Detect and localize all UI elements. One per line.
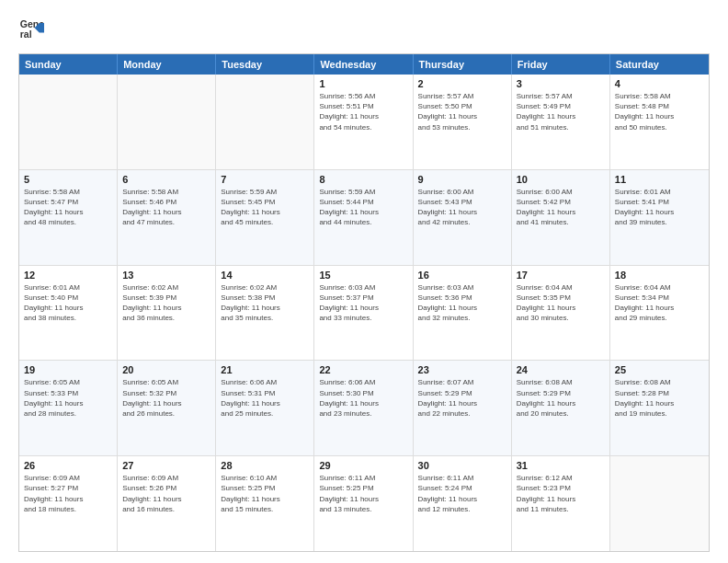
cell-date-number: 4 [615, 78, 704, 89]
calendar-row-2: 5Sunrise: 5:58 AM Sunset: 5:47 PM Daylig… [19, 170, 709, 266]
cell-info-text: Sunrise: 6:09 AM Sunset: 5:27 PM Dayligh… [24, 473, 112, 514]
calendar-cell: 29Sunrise: 6:11 AM Sunset: 5:25 PM Dayli… [314, 456, 413, 551]
calendar-cell: 10Sunrise: 6:00 AM Sunset: 5:42 PM Dayli… [512, 170, 610, 265]
cell-date-number: 21 [221, 364, 309, 375]
weekday-header-tuesday: Tuesday [216, 54, 314, 75]
cell-info-text: Sunrise: 6:04 AM Sunset: 5:34 PM Dayligh… [615, 282, 704, 324]
calendar-cell: 1Sunrise: 5:56 AM Sunset: 5:51 PM Daylig… [314, 75, 413, 169]
calendar-cell: 3Sunrise: 5:57 AM Sunset: 5:49 PM Daylig… [512, 75, 610, 169]
cell-info-text: Sunrise: 6:01 AM Sunset: 5:40 PM Dayligh… [24, 282, 112, 324]
cell-date-number: 26 [24, 460, 112, 471]
cell-info-text: Sunrise: 6:03 AM Sunset: 5:36 PM Dayligh… [418, 282, 506, 324]
cell-info-text: Sunrise: 5:59 AM Sunset: 5:45 PM Dayligh… [221, 187, 309, 228]
cell-info-text: Sunrise: 5:57 AM Sunset: 5:49 PM Dayligh… [517, 91, 605, 132]
cell-date-number: 8 [319, 174, 407, 185]
cell-date-number: 6 [122, 174, 210, 185]
cell-info-text: Sunrise: 6:06 AM Sunset: 5:30 PM Dayligh… [319, 377, 407, 419]
calendar-cell: 7Sunrise: 5:59 AM Sunset: 5:45 PM Daylig… [216, 170, 314, 265]
weekday-header-wednesday: Wednesday [314, 54, 413, 75]
calendar-cell: 21Sunrise: 6:06 AM Sunset: 5:31 PM Dayli… [216, 361, 314, 455]
cell-info-text: Sunrise: 6:02 AM Sunset: 5:38 PM Dayligh… [221, 282, 309, 324]
cell-date-number: 24 [517, 364, 605, 375]
calendar-cell: 20Sunrise: 6:05 AM Sunset: 5:32 PM Dayli… [118, 361, 216, 455]
cell-date-number: 9 [418, 174, 506, 185]
cell-date-number: 17 [517, 270, 605, 281]
cell-info-text: Sunrise: 6:00 AM Sunset: 5:43 PM Dayligh… [418, 187, 506, 228]
cell-info-text: Sunrise: 6:10 AM Sunset: 5:25 PM Dayligh… [221, 473, 309, 514]
cell-info-text: Sunrise: 6:00 AM Sunset: 5:42 PM Dayligh… [517, 187, 605, 228]
calendar: SundayMondayTuesdayWednesdayThursdayFrid… [18, 53, 710, 552]
cell-date-number: 30 [418, 460, 506, 471]
calendar-cell: 26Sunrise: 6:09 AM Sunset: 5:27 PM Dayli… [19, 456, 118, 551]
cell-info-text: Sunrise: 6:09 AM Sunset: 5:26 PM Dayligh… [122, 473, 210, 514]
cell-info-text: Sunrise: 5:56 AM Sunset: 5:51 PM Dayligh… [319, 91, 407, 132]
cell-info-text: Sunrise: 6:11 AM Sunset: 5:25 PM Dayligh… [319, 473, 407, 514]
cell-info-text: Sunrise: 6:12 AM Sunset: 5:23 PM Dayligh… [517, 473, 605, 514]
calendar-cell: 6Sunrise: 5:58 AM Sunset: 5:46 PM Daylig… [118, 170, 216, 265]
cell-date-number: 1 [319, 78, 407, 89]
cell-info-text: Sunrise: 6:06 AM Sunset: 5:31 PM Dayligh… [221, 377, 309, 419]
calendar-cell: 16Sunrise: 6:03 AM Sunset: 5:36 PM Dayli… [414, 266, 512, 361]
calendar-row-5: 26Sunrise: 6:09 AM Sunset: 5:27 PM Dayli… [19, 456, 709, 551]
cell-date-number: 13 [122, 270, 210, 281]
calendar-cell [610, 456, 709, 551]
cell-date-number: 31 [517, 460, 605, 471]
calendar-cell: 17Sunrise: 6:04 AM Sunset: 5:35 PM Dayli… [512, 266, 610, 361]
calendar-cell: 2Sunrise: 5:57 AM Sunset: 5:50 PM Daylig… [414, 75, 512, 169]
calendar-row-4: 19Sunrise: 6:05 AM Sunset: 5:33 PM Dayli… [19, 361, 709, 456]
calendar-header: SundayMondayTuesdayWednesdayThursdayFrid… [19, 54, 709, 75]
cell-info-text: Sunrise: 6:01 AM Sunset: 5:41 PM Dayligh… [615, 187, 704, 228]
cell-date-number: 23 [418, 364, 506, 375]
calendar-cell: 14Sunrise: 6:02 AM Sunset: 5:38 PM Dayli… [216, 266, 314, 361]
weekday-header-thursday: Thursday [414, 54, 512, 75]
cell-date-number: 29 [319, 460, 407, 471]
cell-date-number: 22 [319, 364, 407, 375]
cell-date-number: 10 [517, 174, 605, 185]
cell-info-text: Sunrise: 6:08 AM Sunset: 5:28 PM Dayligh… [615, 377, 704, 419]
cell-date-number: 27 [122, 460, 210, 471]
calendar-cell: 11Sunrise: 6:01 AM Sunset: 5:41 PM Dayli… [610, 170, 709, 265]
svg-text:ral: ral [20, 29, 32, 40]
cell-date-number: 19 [24, 364, 112, 375]
calendar-cell: 28Sunrise: 6:10 AM Sunset: 5:25 PM Dayli… [216, 456, 314, 551]
cell-info-text: Sunrise: 6:03 AM Sunset: 5:37 PM Dayligh… [319, 282, 407, 324]
calendar-row-3: 12Sunrise: 6:01 AM Sunset: 5:40 PM Dayli… [19, 266, 709, 362]
calendar-body: 1Sunrise: 5:56 AM Sunset: 5:51 PM Daylig… [19, 75, 709, 551]
cell-date-number: 11 [615, 174, 704, 185]
cell-date-number: 7 [221, 174, 309, 185]
cell-date-number: 20 [122, 364, 210, 375]
cell-info-text: Sunrise: 5:57 AM Sunset: 5:50 PM Dayligh… [418, 91, 506, 132]
logo: Gene ral [18, 17, 48, 42]
weekday-header-friday: Friday [512, 54, 610, 75]
calendar-cell: 12Sunrise: 6:01 AM Sunset: 5:40 PM Dayli… [19, 266, 118, 361]
cell-date-number: 16 [418, 270, 506, 281]
calendar-cell: 8Sunrise: 5:59 AM Sunset: 5:44 PM Daylig… [314, 170, 413, 265]
cell-date-number: 14 [221, 270, 309, 281]
calendar-cell: 27Sunrise: 6:09 AM Sunset: 5:26 PM Dayli… [118, 456, 216, 551]
cell-date-number: 5 [24, 174, 112, 185]
calendar-cell: 9Sunrise: 6:00 AM Sunset: 5:43 PM Daylig… [414, 170, 512, 265]
calendar-cell: 4Sunrise: 5:58 AM Sunset: 5:48 PM Daylig… [610, 75, 709, 169]
calendar-cell: 24Sunrise: 6:08 AM Sunset: 5:29 PM Dayli… [512, 361, 610, 455]
page: Gene ral SundayMondayTuesdayWednesdayThu… [0, 0, 728, 563]
cell-info-text: Sunrise: 6:08 AM Sunset: 5:29 PM Dayligh… [517, 377, 605, 419]
calendar-cell: 30Sunrise: 6:11 AM Sunset: 5:24 PM Dayli… [414, 456, 512, 551]
header: Gene ral [18, 17, 710, 42]
cell-date-number: 12 [24, 270, 112, 281]
cell-info-text: Sunrise: 5:58 AM Sunset: 5:47 PM Dayligh… [24, 187, 112, 228]
calendar-cell: 23Sunrise: 6:07 AM Sunset: 5:29 PM Dayli… [414, 361, 512, 455]
calendar-cell [118, 75, 216, 169]
weekday-header-sunday: Sunday [19, 54, 118, 75]
calendar-cell: 13Sunrise: 6:02 AM Sunset: 5:39 PM Dayli… [118, 266, 216, 361]
calendar-row-1: 1Sunrise: 5:56 AM Sunset: 5:51 PM Daylig… [19, 75, 709, 170]
cell-info-text: Sunrise: 5:59 AM Sunset: 5:44 PM Dayligh… [319, 187, 407, 228]
cell-info-text: Sunrise: 6:04 AM Sunset: 5:35 PM Dayligh… [517, 282, 605, 324]
calendar-cell: 19Sunrise: 6:05 AM Sunset: 5:33 PM Dayli… [19, 361, 118, 455]
cell-info-text: Sunrise: 6:11 AM Sunset: 5:24 PM Dayligh… [418, 473, 506, 514]
cell-date-number: 18 [615, 270, 704, 281]
weekday-header-monday: Monday [118, 54, 216, 75]
cell-date-number: 2 [418, 78, 506, 89]
cell-info-text: Sunrise: 5:58 AM Sunset: 5:46 PM Dayligh… [122, 187, 210, 228]
cell-info-text: Sunrise: 6:05 AM Sunset: 5:33 PM Dayligh… [24, 377, 112, 419]
logo-icon: Gene ral [18, 17, 44, 42]
